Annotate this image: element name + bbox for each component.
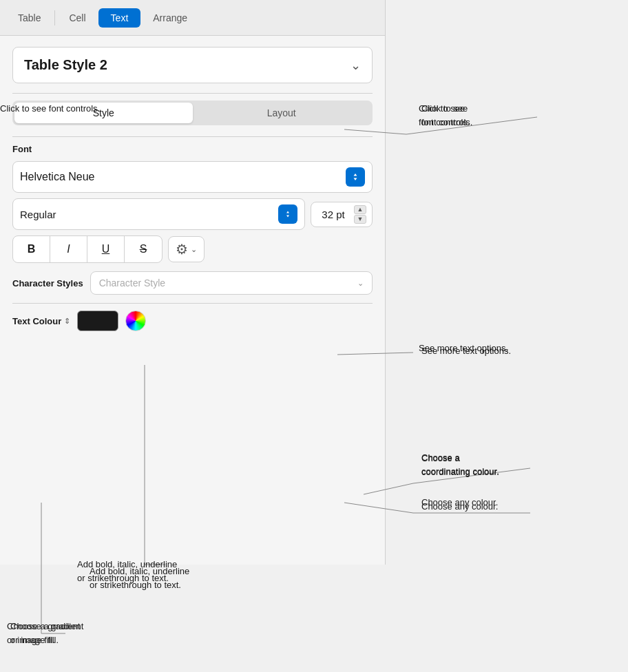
- tab-cell[interactable]: Cell: [56, 8, 98, 28]
- separator-1: [12, 93, 373, 94]
- font-family-spinner[interactable]: [346, 167, 365, 187]
- font-section-label: Font: [12, 144, 373, 154]
- font-size-value: 32 pt: [317, 209, 350, 220]
- character-style-placeholder: Character Style: [99, 277, 165, 288]
- gear-icon: ⚙: [176, 241, 188, 258]
- tab-arrange[interactable]: Arrange: [140, 8, 200, 28]
- font-style-select[interactable]: Regular: [12, 198, 305, 230]
- font-style-spinner[interactable]: [278, 204, 297, 224]
- font-size-stepper[interactable]: ▲ ▼: [354, 205, 366, 224]
- separator-2: [12, 136, 373, 137]
- colour-wheel-button[interactable]: [125, 311, 146, 331]
- character-styles-row: Character Styles Character Style ⌄: [12, 271, 373, 295]
- panel-content: Table Style 2 ⌄ Style Layout Font Helvet…: [0, 36, 385, 350]
- font-size-up[interactable]: ▲: [354, 205, 366, 214]
- callout-font-controls-final: Click to seefont controls.: [421, 102, 472, 129]
- gear-menu-button[interactable]: ⚙ ⌄: [168, 236, 205, 262]
- font-size-box[interactable]: 32 pt ▲ ▼: [311, 202, 373, 227]
- text-style-group: B I U S: [12, 235, 163, 263]
- text-colour-label-area: Text Colour ⇕: [12, 316, 70, 326]
- text-colour-label: Text Colour: [12, 316, 61, 326]
- inspector-panel: Table Cell Text Arrange Table Style 2 ⌄ …: [0, 0, 386, 565]
- callout-gradient-final: Choose a gradientor image fill.: [7, 620, 80, 647]
- tab-text[interactable]: Text: [98, 8, 141, 28]
- toggle-layout-btn[interactable]: Layout: [193, 103, 371, 123]
- callout-font-controls: Click to see font controls.: [0, 102, 100, 116]
- font-family-name: Helvetica Neue: [20, 171, 95, 183]
- callout-any-colour-final: Choose any colour.: [421, 500, 498, 514]
- character-style-dropdown[interactable]: Character Style ⌄: [90, 271, 373, 295]
- font-size-down[interactable]: ▼: [354, 215, 366, 224]
- callout-coord-colour-final: Choose acoordinating colour.: [421, 452, 499, 479]
- italic-button[interactable]: I: [50, 236, 87, 262]
- table-style-dropdown[interactable]: Table Style 2 ⌄: [12, 47, 373, 83]
- character-style-chevron-icon: ⌄: [357, 279, 364, 288]
- separator-3: [12, 303, 373, 304]
- character-styles-label: Character Styles: [12, 278, 83, 288]
- font-style-size-row: Regular 32 pt ▲ ▼: [12, 198, 373, 230]
- callout-more-options-final: See more text options.: [421, 344, 511, 358]
- text-colour-row: Text Colour ⇕: [12, 311, 373, 331]
- underline-button[interactable]: U: [87, 236, 125, 262]
- text-colour-updown-icon[interactable]: ⇕: [64, 317, 70, 326]
- tab-table[interactable]: Table: [6, 8, 53, 28]
- callout-bold-italic-final: Add bold, italic, underlineor strikethro…: [90, 565, 189, 591]
- text-style-row: B I U S ⚙ ⌄: [12, 235, 373, 263]
- tab-bar: Table Cell Text Arrange: [0, 0, 385, 36]
- gear-chevron-icon: ⌄: [191, 245, 197, 254]
- font-family-row[interactable]: Helvetica Neue: [12, 161, 373, 193]
- table-style-label: Table Style 2: [24, 57, 107, 73]
- strikethrough-button[interactable]: S: [125, 236, 162, 262]
- font-style-value: Regular: [20, 209, 56, 220]
- chevron-down-icon: ⌄: [350, 58, 361, 73]
- text-colour-swatch[interactable]: [77, 311, 118, 331]
- tab-divider-1: [54, 10, 55, 25]
- bold-button[interactable]: B: [13, 236, 50, 262]
